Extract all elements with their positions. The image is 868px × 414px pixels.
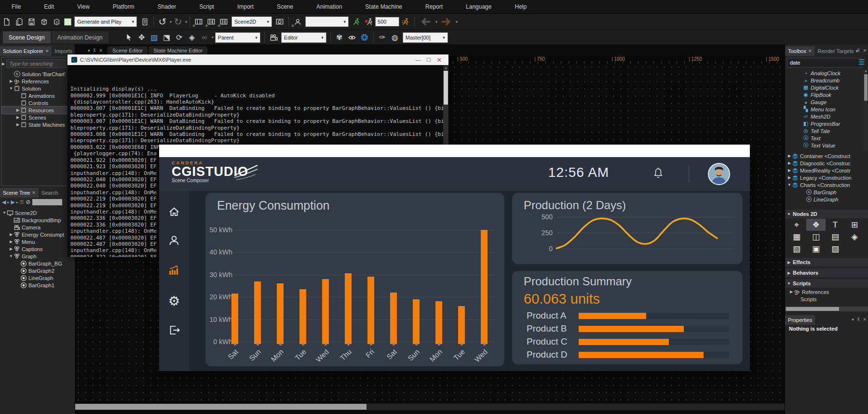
bell-icon[interactable]	[652, 167, 665, 183]
hide-eye-icon[interactable]: ⊘	[26, 199, 30, 205]
close-icon[interactable]: ✕	[863, 317, 867, 322]
report-icon[interactable]	[139, 16, 150, 27]
scale-tool-icon[interactable]: ◈	[186, 32, 198, 43]
expander-icon[interactable]: ▶	[2, 62, 5, 66]
toolbox-group[interactable]: ▶Container <Construct	[787, 152, 867, 160]
transform-node-icon[interactable]: ◈	[845, 231, 864, 243]
clapper-icon[interactable]	[268, 32, 279, 43]
nav-back-icon[interactable]	[418, 16, 434, 27]
tab-animation-design[interactable]: Animation Design	[52, 31, 108, 43]
toolbox-component[interactable]: »Breadcrumb	[798, 77, 867, 84]
canvas-horizontal-scrollbar[interactable]	[75, 403, 785, 410]
brush-icon[interactable]: ✑	[377, 32, 388, 43]
section-nodes2d[interactable]: ▼Nodes 2D	[785, 209, 868, 218]
wireframe-icon[interactable]: ✾	[334, 32, 345, 43]
profile-runner-icon[interactable]	[400, 16, 411, 27]
close-icon[interactable]: ✕	[434, 56, 445, 64]
user-avatar[interactable]	[708, 163, 730, 185]
solution-tree-item[interactable]: Controls	[2, 99, 73, 107]
chevron-down-icon[interactable]: ▾	[852, 317, 854, 322]
tab-search[interactable]: Search	[39, 188, 61, 198]
stop-runner-icon[interactable]	[363, 16, 375, 27]
save-icon[interactable]	[26, 16, 37, 27]
menu-report[interactable]: Report	[414, 3, 454, 10]
play-runner-icon[interactable]	[351, 16, 362, 27]
chevron-down-icon[interactable]: ▼	[2, 211, 7, 215]
toolbox-component[interactable]: ◔AnalogClock	[798, 69, 867, 77]
clip-node-icon[interactable]: ◫	[806, 231, 826, 243]
toolbox-search-input[interactable]: date	[787, 58, 861, 67]
scene-tree-search-input[interactable]	[32, 199, 62, 205]
section-effects[interactable]: ▶Effects	[785, 257, 868, 267]
scene-tree-item[interactable]: LineGraph	[2, 274, 73, 281]
menu-state-machine[interactable]: State Machine	[353, 3, 414, 10]
chevron-right-icon[interactable]: ▶	[9, 247, 14, 251]
image-node-icon[interactable]: ▧	[787, 243, 806, 255]
add-animation-icon[interactable]: 9+	[205, 16, 217, 27]
tab-scene-editor[interactable]: Scene Editor	[108, 46, 148, 55]
chevron-down-icon[interactable]: ▼	[787, 183, 792, 187]
chevron-right-icon[interactable]: ▶	[15, 122, 20, 127]
toolbox-component[interactable]: ◎Tell Tale	[798, 127, 867, 134]
scene-tree-item[interactable]: ▶Captions	[2, 245, 73, 253]
scene-tree-item[interactable]: Camera	[2, 224, 73, 231]
speed-input[interactable]: 500	[375, 17, 399, 27]
menu-help[interactable]: Help	[503, 3, 538, 10]
scene-tree-item[interactable]: BarGraph2	[2, 267, 73, 274]
menu-view[interactable]: View	[66, 3, 101, 10]
menu-script[interactable]: Script	[188, 3, 226, 10]
chevron-right-icon[interactable]: ▶	[789, 290, 794, 294]
player-window-titlebar[interactable]	[159, 145, 750, 157]
solution-tree-item[interactable]: ▶References	[2, 78, 73, 85]
tab-solution-explorer[interactable]: Solution Explorer✕	[0, 46, 52, 56]
nav-back-icon[interactable]: ◀▾	[2, 199, 9, 205]
list-node-icon[interactable]: ▤	[826, 231, 845, 243]
nav-user-icon[interactable]	[168, 234, 180, 247]
generate-mode-select[interactable]: Generate and Play▾	[74, 16, 137, 27]
scene-tree-item[interactable]: ▼Scene2D	[2, 209, 73, 216]
solution-tree-item[interactable]: ▶State Machines	[2, 121, 73, 128]
scene-tree-item[interactable]: BarGraph_BG	[2, 260, 73, 267]
toolbox-group[interactable]: ▶Diagnostic <Construc	[787, 160, 867, 167]
new-window-icon[interactable]	[13, 16, 25, 27]
new-file-icon[interactable]	[0, 16, 12, 27]
add-actor-icon[interactable]: +	[292, 16, 303, 27]
group-node-icon[interactable]: ❖	[806, 219, 826, 231]
menu-scene[interactable]: Scene	[265, 3, 305, 10]
toolbox-component[interactable]: ⓥText Value	[798, 142, 867, 149]
list-view-icon[interactable]: ☰	[858, 58, 865, 67]
tab-scene-tree[interactable]: Scene Tree✕	[0, 188, 39, 198]
toolbox-group[interactable]: BarGraph	[787, 188, 867, 196]
chevron-right-icon[interactable]: ▶	[15, 115, 20, 120]
layout-node-icon[interactable]: ⊞	[845, 219, 864, 231]
parent-select[interactable]: Parent▾	[215, 32, 260, 43]
chevron-right-icon[interactable]: ▶	[787, 154, 792, 158]
menu-language[interactable]: Language	[454, 3, 503, 10]
solution-tree-item[interactable]: ▶Scenes	[2, 114, 73, 121]
scripts-item[interactable]: Scripts	[789, 295, 866, 303]
menu-shader[interactable]: Shader	[146, 3, 188, 10]
gizmo-icon[interactable]: ❂	[359, 32, 370, 43]
scene-tree-item[interactable]: BarGraph1	[2, 281, 73, 289]
solution-tree-item[interactable]: ▶Resources	[2, 107, 73, 114]
pin-icon[interactable]: ⊼	[857, 48, 860, 53]
toolbox-component[interactable]: ◉FlipBook	[798, 91, 867, 98]
toolbox-group[interactable]: LineGraph	[787, 196, 867, 203]
scripts-item[interactable]: ▶References	[789, 288, 866, 295]
toolbox-component[interactable]: ▦DigitalClock	[798, 84, 867, 91]
nav-forward-icon[interactable]: ▶▾	[11, 199, 17, 205]
nav-bar-chart-icon[interactable]	[168, 264, 180, 277]
toolbox-component[interactable]: ◧ProgressBar	[798, 120, 867, 127]
close-icon[interactable]: ✕	[99, 48, 103, 53]
media-node-icon[interactable]: ▨	[826, 243, 845, 255]
solution-tree-item[interactable]: SSolution 'BarChart'	[2, 70, 73, 78]
add-scene-icon[interactable]: +	[193, 16, 204, 27]
toolbox-horizontal-scrollbar[interactable]	[785, 307, 868, 311]
tab-state-machine-editor[interactable]: State Machine Editor	[149, 46, 207, 55]
toolbox-component[interactable]: ▚Menu Icon	[798, 106, 867, 113]
section-behaviors[interactable]: ▶Behaviors	[785, 268, 868, 277]
chevron-right-icon[interactable]: ▶	[9, 232, 14, 237]
minimize-icon[interactable]: —	[413, 57, 423, 63]
master-select[interactable]: Master[00]▾	[403, 32, 448, 43]
toolbox-group[interactable]: ▶Legacy <Construction	[787, 174, 867, 181]
